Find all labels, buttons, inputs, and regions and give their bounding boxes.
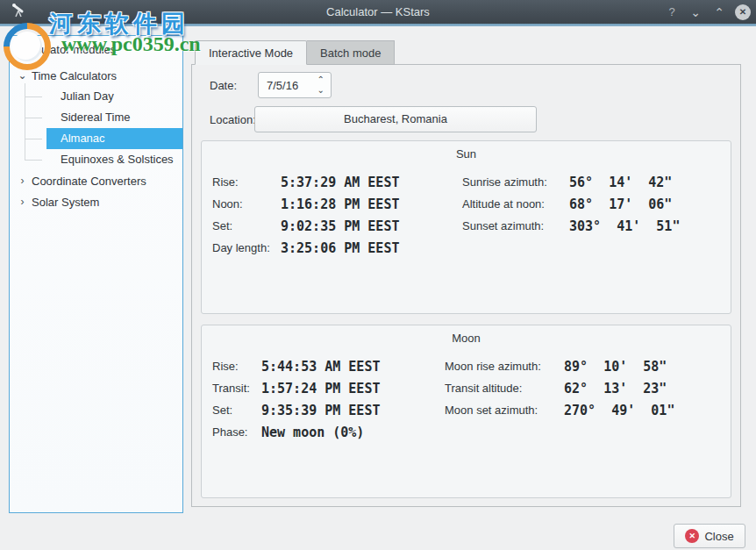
- sun-rise-value: 5:37:29 AM EEST: [281, 175, 399, 190]
- sun-set-label: Set:: [212, 219, 281, 232]
- help-icon[interactable]: ?: [664, 5, 680, 18]
- moon-rise-row: Rise: 5:44:53 AM EEST: [212, 355, 380, 377]
- close-button[interactable]: ✕ Close: [674, 524, 745, 548]
- altitude-at-noon-row: Altitude at noon: 68° 17' 06": [462, 193, 680, 215]
- sun-day-length-label: Day length:: [212, 241, 281, 254]
- sidebar-item-label: Time Calculators: [32, 69, 117, 82]
- moon-phase-label: Phase:: [212, 425, 261, 439]
- sun-day-length-value: 3:25:06 PM EEST: [281, 240, 399, 256]
- date-label: Date:: [210, 79, 258, 92]
- sidebar-item-label: Sidereal Time: [46, 107, 182, 128]
- date-row: Date: 7/5/16 ⌃ ⌄: [210, 72, 332, 98]
- sun-left-column: Rise: 5:37:29 AM EEST Noon: 1:16:28 PM E…: [212, 171, 399, 259]
- moon-transit-label: Transit:: [212, 382, 261, 395]
- moon-rise-azimuth-row: Moon rise azimuth: 89° 10' 58": [445, 355, 674, 377]
- calculator-modules-tree: Calculator modules ⌄ Time Calculators Ju…: [9, 35, 183, 513]
- titlebar[interactable]: Calculator — KStars ? ⌄ ⌃ ✕: [0, 0, 756, 24]
- moon-set-value: 9:35:39 PM EEST: [261, 403, 380, 418]
- window-title: Calculator — KStars: [0, 0, 756, 24]
- tab-batch-mode[interactable]: Batch mode: [307, 40, 395, 65]
- moon-set-azimuth-label: Moon set azimuth:: [445, 404, 564, 417]
- spin-down-icon[interactable]: ⌄: [317, 85, 325, 96]
- transit-altitude-label: Transit altitude:: [445, 382, 564, 395]
- sidebar-item-equinoxes-solstices[interactable]: Equinoxes & Solstices: [10, 149, 182, 170]
- sunset-azimuth-row: Sunset azimuth: 303° 41' 51": [462, 215, 680, 237]
- sidebar-item-label: Julian Day: [46, 86, 182, 107]
- sun-rise-row: Rise: 5:37:29 AM EEST: [212, 171, 399, 193]
- close-window-icon[interactable]: ✕: [735, 4, 751, 20]
- location-button[interactable]: Bucharest, Romania: [254, 106, 537, 132]
- chevron-right-icon[interactable]: ›: [15, 196, 30, 208]
- sunset-azimuth-value: 303° 41' 51": [569, 218, 680, 234]
- moon-set-azimuth-value: 270° 49' 01": [564, 403, 674, 418]
- sidebar-item-label: Solar System: [32, 196, 99, 209]
- transit-altitude-value: 62° 13' 23": [564, 381, 667, 396]
- date-value[interactable]: 7/5/16: [259, 79, 298, 92]
- sidebar-item-label-selected: Almanac: [46, 128, 182, 149]
- moon-phase-value: New moon (0%): [261, 425, 364, 440]
- location-label: Location:: [210, 113, 254, 126]
- moon-set-azimuth-row: Moon set azimuth: 270° 49' 01": [445, 399, 674, 421]
- tree-header: Calculator modules: [10, 36, 182, 65]
- moon-groupbox: Moon Rise: 5:44:53 AM EEST Transit: 1:57…: [201, 325, 731, 498]
- moon-rise-label: Rise:: [212, 360, 261, 373]
- spin-up-icon[interactable]: ⌃: [317, 75, 325, 85]
- time-calculators-children: Julian Day Sidereal Time Almanac Equinox…: [10, 86, 182, 170]
- titlebar-accent-line: [0, 24, 756, 26]
- tab-bar: Interactive Mode Batch mode: [195, 40, 395, 65]
- maximize-icon[interactable]: ⌃: [711, 5, 727, 19]
- moon-phase-row: Phase: New moon (0%): [212, 421, 380, 443]
- calculator-window: Calculator — KStars ? ⌄ ⌃ ✕ Calculator m…: [0, 0, 756, 550]
- sidebar-item-solar-system[interactable]: › Solar System: [10, 191, 182, 212]
- transit-altitude-row: Transit altitude: 62° 13' 23": [445, 377, 674, 399]
- sun-noon-row: Noon: 1:16:28 PM EEST: [212, 193, 399, 215]
- minimize-icon[interactable]: ⌄: [688, 5, 703, 19]
- altitude-at-noon-value: 68° 17' 06": [569, 196, 672, 212]
- sun-right-column: Sunrise azimuth: 56° 14' 42" Altitude at…: [462, 171, 680, 237]
- moon-set-label: Set:: [212, 404, 261, 417]
- sun-groupbox: Sun Rise: 5:37:29 AM EEST Noon: 1:16:28 …: [201, 140, 731, 314]
- moon-left-column: Rise: 5:44:53 AM EEST Transit: 1:57:24 P…: [212, 355, 380, 443]
- moon-right-column: Moon rise azimuth: 89° 10' 58" Transit a…: [445, 355, 674, 421]
- chevron-right-icon[interactable]: ›: [15, 175, 30, 187]
- moon-transit-row: Transit: 1:57:24 PM EEST: [212, 377, 380, 399]
- sidebar-item-julian-day[interactable]: Julian Day: [10, 86, 182, 107]
- moon-group-title: Moon: [202, 332, 731, 345]
- close-button-label: Close: [704, 530, 733, 543]
- sun-set-row: Set: 9:02:35 PM EEST: [212, 215, 399, 237]
- sunset-azimuth-label: Sunset azimuth:: [462, 219, 569, 232]
- date-spin-buttons: ⌃ ⌄: [317, 75, 325, 96]
- sidebar-item-almanac[interactable]: Almanac: [10, 128, 182, 149]
- moon-rise-value: 5:44:53 AM EEST: [261, 359, 380, 375]
- sidebar-item-label: Coordinate Converters: [32, 175, 146, 188]
- moon-rise-azimuth-label: Moon rise azimuth:: [445, 360, 564, 373]
- sun-noon-value: 1:16:28 PM EEST: [281, 196, 399, 212]
- moon-transit-value: 1:57:24 PM EEST: [261, 381, 380, 396]
- close-badge-icon: ✕: [685, 529, 699, 543]
- sidebar-item-time-calculators[interactable]: ⌄ Time Calculators: [10, 65, 182, 86]
- sunrise-azimuth-row: Sunrise azimuth: 56° 14' 42": [462, 171, 680, 193]
- sun-day-length-row: Day length: 3:25:06 PM EEST: [212, 237, 399, 259]
- sunrise-azimuth-value: 56° 14' 42": [569, 175, 672, 190]
- location-row: Location: Bucharest, Romania: [210, 106, 537, 132]
- moon-set-row: Set: 9:35:39 PM EEST: [212, 399, 380, 421]
- sidebar-item-label: Equinoxes & Solstices: [46, 149, 182, 170]
- sun-noon-label: Noon:: [212, 197, 281, 211]
- date-spinbox[interactable]: 7/5/16 ⌃ ⌄: [258, 72, 332, 98]
- tab-interactive-mode[interactable]: Interactive Mode: [195, 40, 307, 65]
- chevron-down-icon[interactable]: ⌄: [15, 69, 30, 82]
- sidebar-item-coordinate-converters[interactable]: › Coordinate Converters: [10, 170, 182, 191]
- sidebar-item-sidereal-time[interactable]: Sidereal Time: [10, 107, 182, 128]
- moon-rise-azimuth-value: 89° 10' 58": [564, 359, 667, 375]
- sun-rise-label: Rise:: [212, 175, 281, 189]
- sun-set-value: 9:02:35 PM EEST: [281, 218, 399, 234]
- altitude-at-noon-label: Altitude at noon:: [462, 197, 569, 211]
- window-controls: ? ⌄ ⌃ ✕: [664, 0, 751, 24]
- sun-group-title: Sun: [202, 147, 731, 161]
- interactive-mode-pane: Date: 7/5/16 ⌃ ⌄ Location: Bucharest, Ro…: [191, 64, 741, 507]
- sunrise-azimuth-label: Sunrise azimuth:: [462, 175, 569, 189]
